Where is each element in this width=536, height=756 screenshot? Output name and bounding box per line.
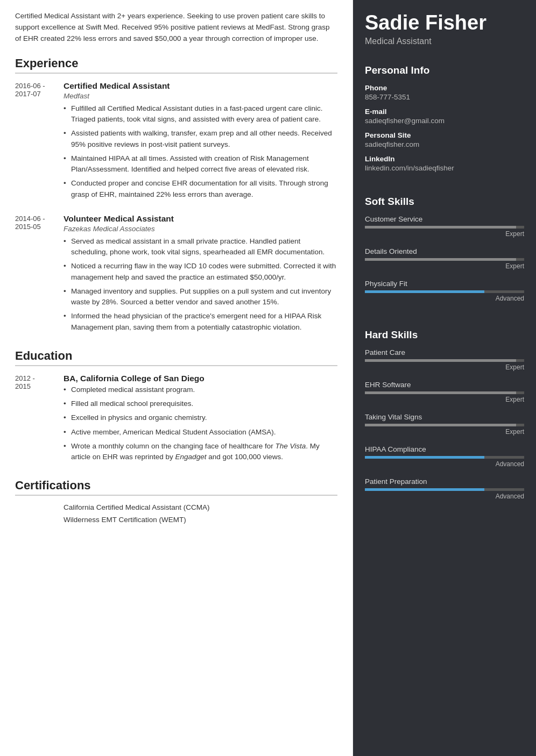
hard-skill-level-5: Advanced xyxy=(365,493,524,500)
hard-skill-bar-bg-1 xyxy=(365,359,524,362)
experience-entry-2: 2014-06 -2015-05 Volunteer Medical Assis… xyxy=(15,214,337,336)
bullet: Informed the head physician of the pract… xyxy=(64,311,337,333)
site-label: Personal Site xyxy=(365,131,524,139)
linkedin-value: linkedin.com/in/sadieqfisher xyxy=(365,164,524,172)
hard-skill-4: HIPAA Compliance Advanced xyxy=(365,445,524,468)
bullet: Conducted proper and concise EHR documen… xyxy=(64,178,337,200)
bullet: Noticed a recurring flaw in the way ICD … xyxy=(64,261,337,283)
soft-skill-3: Physically Fit Advanced xyxy=(365,280,524,302)
bullet: Excelled in physics and organic chemistr… xyxy=(64,412,337,423)
hard-skill-1: Patient Care Expert xyxy=(365,348,524,371)
phone-value: 858-777-5351 xyxy=(365,93,524,101)
bullet: Fulfilled all Certified Medical Assistan… xyxy=(64,103,337,125)
education-entry-1: 2012 -2015 BA, California College of San… xyxy=(15,374,337,466)
hard-skill-bar-fill-2 xyxy=(365,391,516,394)
personal-info-section: Personal Info Phone 858-777-5351 E-mail … xyxy=(353,56,536,187)
site-item: Personal Site sadieqfisher.com xyxy=(365,131,524,148)
experience-date-1: 2016-06 -2017-07 xyxy=(15,81,64,203)
soft-skill-bar-bg-1 xyxy=(365,226,524,229)
soft-skill-level-3: Advanced xyxy=(365,295,524,302)
left-column: Certified Medical Assistant with 2+ year… xyxy=(0,0,353,756)
soft-skill-bar-bg-2 xyxy=(365,258,524,261)
experience-title: Experience xyxy=(15,56,337,74)
soft-skills-section: Soft Skills Customer Service Expert Deta… xyxy=(353,187,536,320)
email-item: E-mail sadieqfisher@gmail.com xyxy=(365,108,524,125)
bullet: Filled all medical school prerequisites. xyxy=(64,398,337,409)
hard-skill-name-1: Patient Care xyxy=(365,348,524,356)
education-degree-1: BA, California College of San Diego xyxy=(64,374,337,383)
experience-bullets-1: Fulfilled all Certified Medical Assistan… xyxy=(64,103,337,200)
hard-skill-bar-bg-4 xyxy=(365,456,524,459)
soft-skill-2: Details Oriented Expert xyxy=(365,247,524,270)
personal-info-title: Personal Info xyxy=(365,65,524,76)
hard-skill-bar-bg-5 xyxy=(365,488,524,491)
bullet: Wrote a monthly column on the changing f… xyxy=(64,441,337,463)
profile-title: Medical Assistant xyxy=(365,37,524,46)
bullet: Managed inventory and supplies. Put supp… xyxy=(64,286,337,308)
hard-skill-name-3: Taking Vital Signs xyxy=(365,413,524,421)
certifications-title: Certifications xyxy=(15,479,337,496)
hard-skill-bar-bg-3 xyxy=(365,424,524,426)
hard-skill-bar-bg-2 xyxy=(365,391,524,394)
bullet: Served as medical assistant in a small p… xyxy=(64,236,337,258)
hard-skills-title: Hard Skills xyxy=(365,329,524,341)
hard-skill-bar-fill-4 xyxy=(365,456,484,459)
education-title: Education xyxy=(15,349,337,366)
phone-label: Phone xyxy=(365,84,524,92)
hard-skill-name-2: EHR Software xyxy=(365,381,524,389)
hard-skill-bar-fill-1 xyxy=(365,359,516,362)
experience-entry-1: 2016-06 -2017-07 Certified Medical Assis… xyxy=(15,81,337,203)
education-section: Education 2012 -2015 BA, California Coll… xyxy=(15,349,337,466)
bullet: Maintained HIPAA at all times. Assisted … xyxy=(64,153,337,175)
hard-skill-level-1: Expert xyxy=(365,363,524,371)
cert-item-1: California Certified Medical Assistant (… xyxy=(64,503,337,511)
hard-skill-level-4: Advanced xyxy=(365,460,524,468)
soft-skill-name-2: Details Oriented xyxy=(365,247,524,255)
bullet: Completed medical assistant program. xyxy=(64,384,337,395)
experience-company-1: Medfast xyxy=(64,92,337,100)
hard-skill-5: Patient Preparation Advanced xyxy=(365,477,524,500)
soft-skills-title: Soft Skills xyxy=(365,196,524,208)
linkedin-label: LinkedIn xyxy=(365,155,524,163)
soft-skill-level-1: Expert xyxy=(365,230,524,238)
site-value: sadieqfisher.com xyxy=(365,140,524,148)
soft-skill-name-3: Physically Fit xyxy=(365,280,524,288)
hard-skill-bar-fill-3 xyxy=(365,424,516,426)
soft-skill-bar-bg-3 xyxy=(365,290,524,293)
soft-skill-name-1: Customer Service xyxy=(365,215,524,223)
hard-skill-level-2: Expert xyxy=(365,396,524,403)
experience-section: Experience 2016-06 -2017-07 Certified Me… xyxy=(15,56,337,336)
email-value: sadieqfisher@gmail.com xyxy=(365,117,524,125)
experience-title-1: Certified Medical Assistant xyxy=(64,81,337,91)
bullet: Active member, American Medical Student … xyxy=(64,427,337,438)
cert-list: California Certified Medical Assistant (… xyxy=(64,503,337,524)
bullet: Assisted patients with walking, transfer… xyxy=(64,128,337,150)
experience-title-2: Volunteer Medical Assistant xyxy=(64,214,337,224)
hard-skill-name-5: Patient Preparation xyxy=(365,477,524,486)
phone-item: Phone 858-777-5351 xyxy=(365,84,524,101)
experience-date-2: 2014-06 -2015-05 xyxy=(15,214,64,336)
email-label: E-mail xyxy=(365,108,524,116)
experience-company-2: Fazekas Medical Associates xyxy=(64,225,337,233)
linkedin-item: LinkedIn linkedin.com/in/sadieqfisher xyxy=(365,155,524,172)
hard-skill-3: Taking Vital Signs Expert xyxy=(365,413,524,436)
soft-skill-bar-fill-1 xyxy=(365,226,516,229)
soft-skill-bar-fill-3 xyxy=(365,290,484,293)
hard-skill-bar-fill-5 xyxy=(365,488,484,491)
profile-header: Sadie Fisher Medical Assistant xyxy=(353,0,536,56)
cert-item-2: Wilderness EMT Certification (WEMT) xyxy=(64,516,337,524)
profile-name: Sadie Fisher xyxy=(365,12,524,34)
certifications-section: Certifications California Certified Medi… xyxy=(15,479,337,524)
hard-skill-level-3: Expert xyxy=(365,428,524,436)
hard-skill-2: EHR Software Expert xyxy=(365,381,524,403)
soft-skill-level-2: Expert xyxy=(365,262,524,270)
soft-skill-bar-fill-2 xyxy=(365,258,516,261)
education-date-1: 2012 -2015 xyxy=(15,374,64,466)
right-column: Sadie Fisher Medical Assistant Personal … xyxy=(353,0,536,756)
hard-skills-section: Hard Skills Patient Care Expert EHR Soft… xyxy=(353,320,536,518)
soft-skill-1: Customer Service Expert xyxy=(365,215,524,238)
hard-skill-name-4: HIPAA Compliance xyxy=(365,445,524,453)
education-bullets-1: Completed medical assistant program. Fil… xyxy=(64,384,337,463)
experience-bullets-2: Served as medical assistant in a small p… xyxy=(64,236,337,333)
summary-text: Certified Medical Assistant with 2+ year… xyxy=(15,11,337,45)
